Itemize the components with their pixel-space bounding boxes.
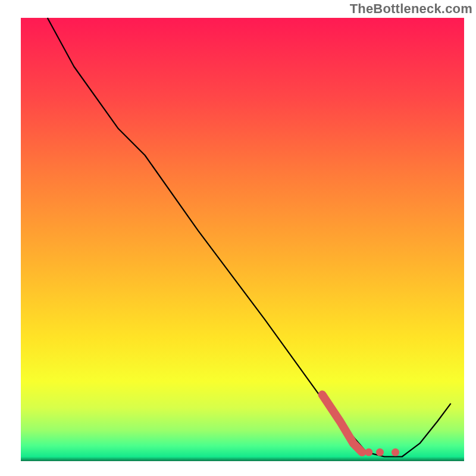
chart-container: TheBottleneck.com xyxy=(0,0,476,476)
highlight-dot xyxy=(365,449,372,456)
highlight-dot xyxy=(392,449,399,456)
highlight-dot xyxy=(376,449,384,456)
bottleneck-chart xyxy=(0,0,476,476)
watermark-text: TheBottleneck.com xyxy=(350,1,472,17)
highlight-dots xyxy=(365,449,399,456)
